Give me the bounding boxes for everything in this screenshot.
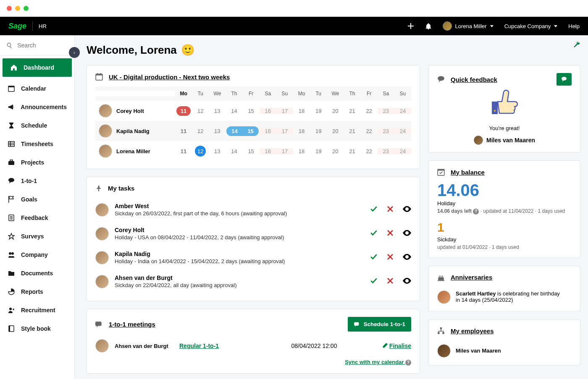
- svg-rect-3: [10, 46, 12, 48]
- sidebar-item-feedback[interactable]: Feedback: [0, 209, 74, 227]
- sidebar-item-style-book[interactable]: Style book: [0, 319, 74, 338]
- task-description: Sickday on 26/03/2022, first part of the…: [115, 210, 364, 217]
- org-icon: [437, 327, 445, 335]
- view-button[interactable]: [403, 230, 411, 237]
- sidebar-item-documents[interactable]: Documents: [0, 264, 74, 282]
- chat-icon: [354, 321, 360, 327]
- eye-icon: [403, 230, 411, 236]
- sync-calendar-link[interactable]: Sync with my calendar ?: [345, 359, 411, 365]
- sidebar-item-calendar[interactable]: Calendar: [0, 79, 74, 98]
- schedule-card: UK - Digital production - Next two weeks…: [87, 65, 420, 169]
- cross-icon: [387, 206, 394, 212]
- balance-title[interactable]: My balance: [451, 169, 485, 176]
- sidebar-item-label: Projects: [21, 159, 44, 166]
- schedule-row: Corey Holt1112131415161718192021222324: [95, 101, 411, 121]
- sidebar-item-label: Feedback: [21, 214, 48, 221]
- meeting-type-link[interactable]: Regular 1-to-1: [179, 342, 247, 349]
- sidebar-item-timesheets[interactable]: Timesheets: [0, 135, 74, 153]
- smiley-icon: 🙂: [181, 44, 194, 57]
- user-menu[interactable]: Lorena Miller: [443, 21, 494, 31]
- company-menu[interactable]: Cupcake Company: [504, 23, 558, 29]
- reject-button[interactable]: [387, 206, 394, 214]
- avatar-icon: [437, 344, 451, 358]
- view-button[interactable]: [403, 254, 411, 261]
- person-name: Lorena Miller: [116, 148, 150, 154]
- cross-icon: [387, 230, 394, 236]
- wrench-icon: [573, 41, 580, 49]
- sidebar-item-label: Style book: [21, 325, 51, 332]
- search-input[interactable]: [17, 42, 68, 49]
- window-close-icon[interactable]: [7, 6, 12, 11]
- svg-point-2: [7, 43, 10, 47]
- meeting-datetime: 08/04/2022 12:00: [252, 342, 376, 349]
- finalise-button[interactable]: Finalise: [382, 342, 411, 349]
- sidebar-item-company[interactable]: Company: [0, 246, 74, 264]
- svg-rect-7: [8, 161, 14, 165]
- approve-button[interactable]: [370, 205, 378, 214]
- help-icon[interactable]: ?: [473, 209, 479, 214]
- new-feedback-button[interactable]: [556, 73, 572, 86]
- employees-card: My employees Miles van Maaren: [428, 319, 580, 366]
- employee-item[interactable]: Miles van Maaren: [437, 341, 572, 358]
- sidebar-item-1-to-1[interactable]: 1-to-1: [0, 172, 74, 190]
- schedule-person[interactable]: Lorena Miller: [95, 144, 175, 158]
- help-icon: ?: [405, 360, 411, 366]
- help-link[interactable]: Help: [568, 23, 580, 29]
- main-content: Welcome, Lorena 🙂 UK - Digital productio…: [75, 35, 588, 379]
- holiday-value: 14.06: [437, 182, 572, 199]
- svg-rect-19: [97, 73, 98, 75]
- search-box[interactable]: [0, 35, 74, 56]
- schedule-row: Kapila Nadig1112131415161718192021222324: [95, 121, 411, 141]
- svg-rect-33: [439, 275, 440, 277]
- reject-button[interactable]: [387, 254, 394, 261]
- sidebar-item-projects[interactable]: Projects: [0, 153, 74, 172]
- feedback-title[interactable]: Quick feedback: [451, 76, 497, 83]
- sidebar-item-surveys[interactable]: Surveys: [0, 227, 74, 246]
- window-zoom-icon[interactable]: [24, 6, 29, 11]
- settings-button[interactable]: [573, 41, 580, 50]
- view-button[interactable]: [403, 278, 411, 285]
- sidebar-item-dashboard[interactable]: Dashboard: [3, 58, 72, 77]
- anniversaries-card: Anniversaries Scarlett Hartley is celebr…: [428, 266, 580, 312]
- approve-button[interactable]: [370, 229, 378, 238]
- anniversaries-title[interactable]: Anniversaries: [451, 274, 492, 281]
- divider: [32, 21, 33, 31]
- approve-button[interactable]: [370, 277, 378, 286]
- schedule-person[interactable]: Corey Holt: [95, 104, 175, 118]
- pin-icon: [95, 185, 102, 192]
- folder-icon: [8, 270, 15, 277]
- user-name: Lorena Miller: [455, 23, 487, 29]
- add-button[interactable]: [407, 23, 414, 29]
- window-minimize-icon[interactable]: [15, 6, 20, 11]
- svg-point-12: [9, 252, 11, 255]
- sidebar-item-label: Company: [21, 251, 48, 258]
- sidebar-item-announcements[interactable]: Announcements: [0, 98, 74, 116]
- avatar-icon: [474, 136, 483, 145]
- anniversary-desc: is celebrating her birthday: [496, 290, 559, 297]
- view-button[interactable]: [403, 206, 411, 213]
- schedule-title[interactable]: UK - Digital production - Next two weeks: [109, 73, 230, 81]
- logo[interactable]: Sage: [8, 22, 26, 31]
- sidebar-item-schedule[interactable]: Schedule: [0, 116, 74, 135]
- sidebar-item-reports[interactable]: Reports: [0, 282, 74, 301]
- avatar-icon: [99, 124, 112, 138]
- bell-icon: [425, 23, 432, 29]
- balance-card: My balance 14.06 Holiday 14.06 days left…: [428, 160, 580, 258]
- topbar: Sage HR Lorena Miller Cupcake Company He…: [0, 17, 588, 35]
- svg-point-27: [562, 77, 567, 81]
- approve-button[interactable]: [370, 253, 378, 262]
- star-icon: [8, 233, 15, 240]
- schedule-meeting-button[interactable]: Schedule 1-to-1: [348, 317, 411, 332]
- avatar-icon: [99, 144, 112, 158]
- sidebar-item-recruitment[interactable]: Recruitment: [0, 301, 74, 319]
- window-chrome: [0, 0, 588, 17]
- meetings-title[interactable]: 1-to-1 meetings: [109, 321, 155, 328]
- employee-name: Miles van Maaren: [456, 348, 501, 354]
- sidebar-item-goals[interactable]: Goals: [0, 190, 74, 209]
- employees-title[interactable]: My employees: [451, 327, 494, 335]
- task-item: Ahsen van der BurgtSickday on 22/04/2022…: [95, 269, 411, 293]
- schedule-person[interactable]: Kapila Nadig: [95, 124, 175, 138]
- reject-button[interactable]: [387, 277, 394, 285]
- reject-button[interactable]: [387, 230, 394, 238]
- notifications-button[interactable]: [425, 23, 432, 29]
